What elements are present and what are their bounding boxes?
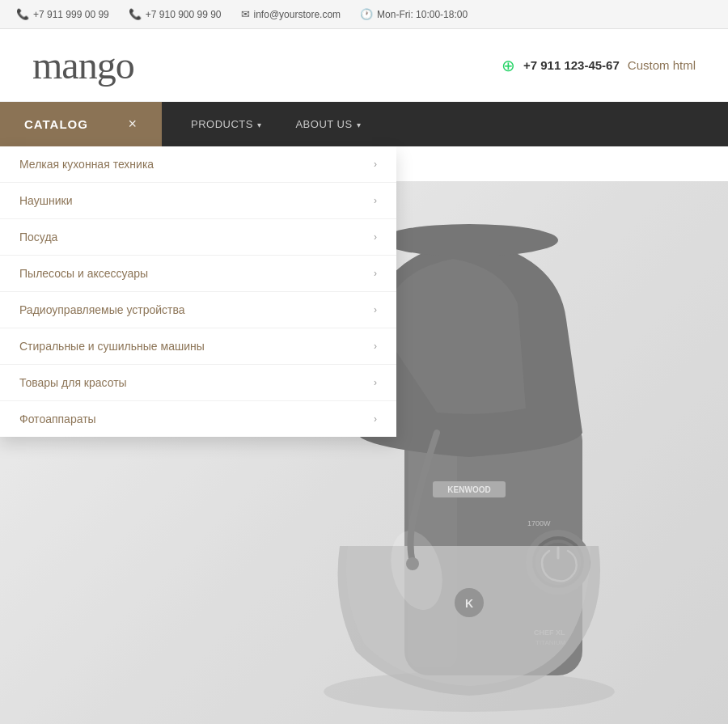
- catalog-item-4[interactable]: Радиоуправляемые устройства ›: [0, 292, 396, 328]
- nav-items: PRODUCTS ▾ ABOUT US ▾: [162, 102, 728, 146]
- catalog-item-1[interactable]: Наушники ›: [0, 183, 396, 219]
- nav-about-label: ABOUT US: [295, 118, 352, 130]
- header-contact: ⊕ +7 911 123-45-67 Custom html: [502, 56, 696, 75]
- catalog-item-5-arrow: ›: [374, 341, 377, 352]
- nav-item-products[interactable]: PRODUCTS ▾: [178, 102, 274, 146]
- catalog-item-2[interactable]: Посуда ›: [0, 219, 396, 256]
- catalog-item-6[interactable]: Товары для красоты ›: [0, 365, 396, 401]
- email-icon: ✉: [241, 8, 250, 20]
- close-icon[interactable]: ×: [128, 116, 138, 133]
- header: mango ⊕ +7 911 123-45-67 Custom html: [0, 29, 728, 102]
- phone1-text: +7 911 999 00 99: [33, 9, 109, 20]
- catalog-dropdown: Мелкая кухонная техника › Наушники › Пос…: [0, 146, 396, 437]
- catalog-button[interactable]: CATALOG ×: [0, 102, 162, 146]
- nav-products-label: PRODUCTS: [191, 118, 253, 130]
- catalog-item-2-arrow: ›: [374, 231, 377, 243]
- products-arrow-icon: ▾: [257, 121, 262, 129]
- email-text: info@yourstore.com: [254, 9, 341, 20]
- whatsapp-icon: ⊕: [502, 56, 515, 75]
- catalog-item-5[interactable]: Стиральные и сушильные машины ›: [0, 328, 396, 365]
- logo[interactable]: mango: [32, 43, 134, 87]
- clock-icon: 🕐: [360, 8, 373, 20]
- catalog-item-1-link[interactable]: Наушники: [19, 194, 374, 207]
- catalog-item-7-link[interactable]: Фотоаппараты: [19, 413, 374, 425]
- phone2-icon: 📞: [129, 8, 142, 20]
- catalog-label: CATALOG: [24, 117, 88, 131]
- catalog-item-0-link[interactable]: Мелкая кухонная техника: [19, 158, 374, 171]
- catalog-item-6-arrow: ›: [374, 377, 377, 388]
- catalog-item-5-link[interactable]: Стиральные и сушильные машины: [19, 340, 374, 353]
- header-phone: +7 911 123-45-67: [523, 58, 620, 72]
- catalog-item-3-arrow: ›: [374, 268, 377, 279]
- catalog-item-4-link[interactable]: Радиоуправляемые устройства: [19, 303, 374, 316]
- catalog-item-4-arrow: ›: [374, 304, 377, 315]
- phone1-icon: 📞: [16, 8, 29, 20]
- phone2-text: +7 910 900 99 90: [146, 9, 222, 20]
- catalog-item-7-arrow: ›: [374, 413, 377, 425]
- catalog-item-0[interactable]: Мелкая кухонная техника ›: [0, 146, 396, 183]
- about-arrow-icon: ▾: [357, 121, 362, 129]
- catalog-item-3[interactable]: Пылесосы и аксессуары ›: [0, 256, 396, 292]
- nav-item-about[interactable]: ABOUT US ▾: [282, 102, 374, 146]
- top-bar-phone2: 📞 +7 910 900 99 90: [129, 8, 222, 20]
- header-custom-html: Custom html: [628, 58, 696, 72]
- top-bar-hours: 🕐 Mon-Fri: 10:00-18:00: [360, 8, 468, 20]
- catalog-item-6-link[interactable]: Товары для красоты: [19, 376, 374, 389]
- top-bar-phone1: 📞 +7 911 999 00 99: [16, 8, 109, 20]
- top-bar: 📞 +7 911 999 00 99 📞 +7 910 900 99 90 ✉ …: [0, 0, 728, 29]
- hours-text: Mon-Fri: 10:00-18:00: [377, 9, 468, 20]
- catalog-item-1-arrow: ›: [374, 195, 377, 206]
- nav-bar: CATALOG × PRODUCTS ▾ ABOUT US ▾ Мелкая к…: [0, 102, 728, 146]
- catalog-item-0-arrow: ›: [374, 159, 377, 170]
- top-bar-email: ✉ info@yourstore.com: [241, 8, 341, 20]
- catalog-item-3-link[interactable]: Пылесосы и аксессуары: [19, 267, 374, 280]
- catalog-item-2-link[interactable]: Посуда: [19, 231, 374, 243]
- catalog-item-7[interactable]: Фотоаппараты ›: [0, 401, 396, 437]
